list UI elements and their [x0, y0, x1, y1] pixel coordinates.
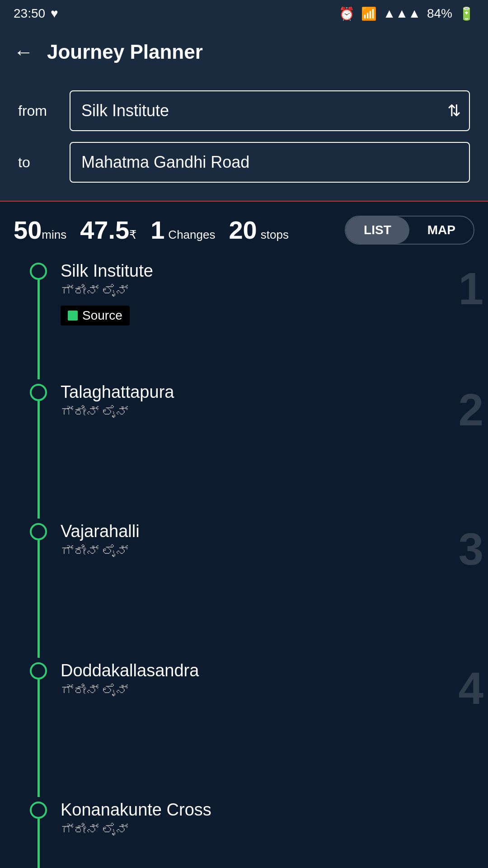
list-view-button[interactable]: LIST — [346, 217, 409, 244]
battery-level: 84% — [427, 6, 452, 21]
source-badge: Source — [61, 306, 130, 326]
to-input[interactable] — [70, 142, 470, 183]
stop-name: Talaghattapura — [61, 382, 488, 403]
stop-content: Konanakunte Cross ಗ್ರೀನ್ ಲೈನ್ — [61, 797, 488, 868]
wifi-icon: 📶 — [361, 6, 377, 21]
stop-circle — [30, 263, 47, 280]
battery-icon: 🔋 — [459, 6, 474, 21]
stop-circle — [30, 802, 47, 819]
from-row: from ⇅ — [18, 90, 470, 131]
stops-stat: 20 stops — [229, 215, 288, 245]
status-right: ⏰ 📶 ▲▲▲ 84% 🔋 — [339, 6, 474, 21]
page-title: Journey Planner — [47, 41, 203, 63]
price-stat: 47.5 ₹ — [80, 215, 137, 245]
stop-line — [38, 280, 40, 379]
stop-line-name: ಗ್ರೀನ್ ಲೈನ್ — [61, 283, 488, 298]
stop-content: Vajarahalli ಗ್ರೀನ್ ಲೈನ್ — [61, 519, 488, 658]
stop-line-name: ಗ್ರೀನ್ ಲೈನ್ — [61, 405, 488, 420]
stop-line-name: ಗ್ರೀನ್ ಲೈನ್ — [61, 822, 488, 837]
stop-number-4: 4 — [458, 662, 483, 714]
app-bar: ← Journey Planner — [0, 27, 488, 77]
duration-value: 50 — [14, 215, 42, 245]
from-input-wrapper: ⇅ — [70, 90, 470, 131]
status-left: 23:50 ♥ — [14, 6, 58, 21]
stop-line-col — [27, 379, 50, 519]
stop-line-col — [27, 258, 50, 379]
stop-number-2: 2 — [458, 384, 483, 436]
to-label: to — [18, 154, 59, 171]
from-label: from — [18, 103, 59, 119]
from-input[interactable] — [70, 90, 470, 131]
stop-item: Doddakallasandra ಗ್ರೀನ್ ಲೈನ್ 4 — [27, 658, 488, 797]
stop-circle — [30, 523, 47, 540]
changes-value: 1 — [150, 215, 164, 245]
stop-line-name: ಗ್ರೀನ್ ಲೈನ್ — [61, 544, 488, 559]
stop-line — [38, 540, 40, 658]
heart-icon: ♥ — [51, 6, 58, 21]
price-value: 47.5 — [80, 215, 129, 245]
swap-icon[interactable]: ⇅ — [447, 101, 461, 120]
stop-line-col — [27, 519, 50, 658]
stop-item: Silk Institute ಗ್ರೀನ್ ಲೈನ್ Source 1 — [27, 258, 488, 379]
stop-line-name: ಗ್ರೀನ್ ಲೈನ್ — [61, 683, 488, 698]
stop-item: Konanakunte Cross ಗ್ರೀನ್ ಲೈನ್ — [27, 797, 488, 868]
back-button[interactable]: ← — [14, 41, 33, 63]
stop-line — [38, 679, 40, 797]
map-view-button[interactable]: MAP — [409, 217, 474, 244]
to-input-wrapper — [70, 142, 470, 183]
status-bar: 23:50 ♥ ⏰ 📶 ▲▲▲ 84% 🔋 — [0, 0, 488, 27]
stop-name: Silk Institute — [61, 261, 488, 282]
stop-name: Vajarahalli — [61, 521, 488, 542]
duration-stat: 50 mins — [14, 215, 66, 245]
signal-icon: ▲▲▲ — [383, 6, 421, 21]
search-section: from ⇅ to — [0, 77, 488, 202]
changes-label: Changes — [168, 228, 215, 242]
stop-content: Talaghattapura ಗ್ರೀನ್ ಲೈನ್ — [61, 379, 488, 519]
stop-name: Doddakallasandra — [61, 660, 488, 681]
stop-line — [38, 819, 40, 868]
journey-info-bar: 50 mins 47.5 ₹ 1 Changes 20 stops LIST M… — [0, 202, 488, 249]
alarm-icon: ⏰ — [339, 6, 355, 21]
duration-unit: mins — [42, 228, 66, 242]
stop-line-col — [27, 658, 50, 797]
view-toggle: LIST MAP — [345, 216, 474, 245]
status-time: 23:50 — [14, 6, 45, 21]
to-row: to — [18, 142, 470, 183]
changes-stat: 1 Changes — [150, 215, 215, 245]
source-badge-dot — [68, 311, 78, 321]
stop-name: Konanakunte Cross — [61, 800, 488, 821]
stop-line-col — [27, 797, 50, 868]
stop-circle — [30, 662, 47, 679]
stops-value: 20 — [229, 215, 257, 245]
stop-circle — [30, 384, 47, 401]
stops-label: stops — [261, 228, 289, 242]
source-badge-text: Source — [82, 308, 122, 323]
stop-item: Vajarahalli ಗ್ರೀನ್ ಲೈನ್ 3 — [27, 519, 488, 658]
stop-content: Doddakallasandra ಗ್ರೀನ್ ಲೈನ್ — [61, 658, 488, 797]
stops-list: Silk Institute ಗ್ರೀನ್ ಲೈನ್ Source 1 Tala… — [0, 249, 488, 868]
stop-number-3: 3 — [458, 523, 483, 575]
stop-line — [38, 401, 40, 519]
stop-content: Silk Institute ಗ್ರೀನ್ ಲೈನ್ Source — [61, 258, 488, 379]
stop-number-1: 1 — [458, 263, 483, 315]
price-unit: ₹ — [129, 228, 137, 242]
stop-item: Talaghattapura ಗ್ರೀನ್ ಲೈನ್ 2 — [27, 379, 488, 519]
